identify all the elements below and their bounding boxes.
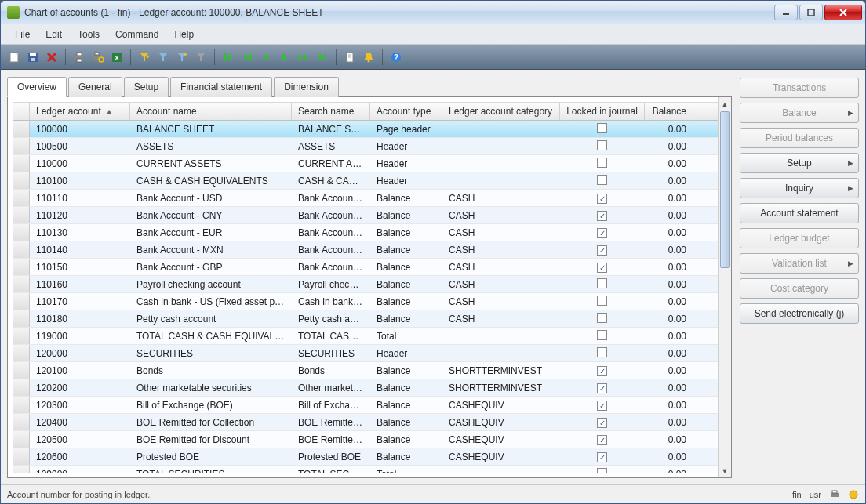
cell-type[interactable]: Balance (370, 381, 442, 395)
cell-name[interactable]: Bank Account - GBP (130, 260, 292, 274)
delete-button[interactable] (43, 49, 60, 66)
cell-locked[interactable]: ✓ (560, 381, 645, 395)
next-page-button[interactable] (295, 49, 312, 66)
cell-search[interactable]: Cash in bank - ... (292, 295, 370, 309)
cell-search[interactable]: Petty cash acc... (292, 312, 370, 326)
alerts-button[interactable] (360, 49, 377, 66)
cell-type[interactable]: Page header (370, 122, 442, 136)
cell-name[interactable]: ASSETS (130, 140, 292, 154)
checkbox[interactable]: ✓ (597, 263, 607, 273)
checkbox[interactable] (597, 278, 607, 288)
cell-locked[interactable] (560, 121, 645, 137)
row-marker[interactable] (13, 379, 30, 396)
cell-type[interactable]: Balance (370, 450, 442, 464)
cell-category[interactable]: CASHEQUIV (442, 398, 560, 412)
cell-locked[interactable] (560, 277, 645, 292)
table-row[interactable]: 120100BondsBondsBalanceSHORTTERMINVEST✓0… (13, 362, 718, 379)
cell-search[interactable]: Bank Account ... (292, 243, 370, 257)
prev-page-button[interactable] (238, 49, 256, 66)
cell-category[interactable] (442, 179, 560, 183)
checkbox[interactable]: ✓ (597, 383, 607, 393)
cell-locked[interactable]: ✓ (560, 433, 645, 447)
cell-type[interactable]: Balance (370, 191, 442, 205)
cell-account[interactable]: 120200 (30, 381, 130, 395)
cell-name[interactable]: Protested BOE (130, 450, 292, 464)
cell-account[interactable]: 100000 (30, 122, 130, 136)
tab-financial-statement[interactable]: Financial statement (170, 77, 272, 97)
checkbox[interactable]: ✓ (597, 228, 607, 238)
table-row[interactable]: 100500ASSETSASSETSHeader0.00 (13, 138, 718, 155)
close-button[interactable] (824, 5, 862, 20)
cell-account[interactable]: 110000 (30, 157, 130, 171)
cell-locked[interactable]: ✓ (560, 260, 645, 274)
cell-account[interactable]: 120300 (30, 398, 130, 412)
cell-account[interactable]: 110120 (30, 208, 130, 223)
table-row[interactable]: 110000CURRENT ASSETSCURRENT ASSE...Heade… (13, 155, 718, 172)
cell-category[interactable]: CASH (442, 208, 560, 223)
cell-category[interactable] (442, 473, 560, 473)
print-preview-button[interactable] (89, 49, 107, 66)
cell-type[interactable]: Balance (370, 312, 442, 326)
cell-name[interactable]: Bank Account - EUR (130, 226, 292, 240)
cell-account[interactable]: 110170 (30, 295, 130, 309)
scroll-down-icon[interactable]: ▼ (719, 464, 731, 477)
cell-balance[interactable]: 0.00 (645, 191, 693, 205)
cell-balance[interactable]: 0.00 (645, 467, 693, 473)
cell-balance[interactable]: 0.00 (645, 312, 693, 326)
table-row[interactable]: 120200Other marketable securitiesOther m… (13, 379, 718, 397)
cell-balance[interactable]: 0.00 (645, 295, 693, 309)
cell-search[interactable]: ASSETS (292, 140, 370, 154)
minimize-button[interactable] (774, 5, 798, 20)
cell-account[interactable]: 120100 (30, 364, 130, 378)
header-balance[interactable]: Balance (645, 103, 693, 120)
cell-name[interactable]: Bank Account - USD (130, 191, 292, 205)
cell-balance[interactable]: 0.00 (645, 415, 693, 430)
cell-type[interactable]: Balance (370, 260, 442, 274)
row-marker[interactable] (13, 431, 30, 448)
status-currency-icon[interactable] (848, 489, 859, 500)
checkbox[interactable]: ✓ (597, 194, 607, 204)
cell-category[interactable]: SHORTTERMINVEST (442, 381, 560, 395)
cell-search[interactable]: Protested BOE (292, 450, 370, 464)
table-row[interactable]: 129900TOTAL SECURITIESTOTAL SECURI...Tot… (13, 466, 718, 473)
checkbox[interactable] (597, 158, 607, 168)
table-row[interactable]: 110160Payroll checking accountPayroll ch… (13, 276, 718, 293)
cell-category[interactable]: CASHEQUIV (442, 415, 560, 430)
tab-dimension[interactable]: Dimension (274, 77, 339, 97)
tab-overview[interactable]: Overview (7, 77, 67, 97)
cell-account[interactable]: 120600 (30, 450, 130, 464)
row-marker[interactable] (13, 414, 30, 430)
cell-balance[interactable]: 0.00 (645, 433, 693, 447)
row-marker[interactable] (13, 276, 30, 292)
cell-search[interactable]: Bank Account ... (292, 191, 370, 205)
cell-type[interactable]: Balance (370, 226, 442, 240)
cell-search[interactable]: CASH & CASH ... (292, 174, 370, 188)
checkbox[interactable] (597, 468, 607, 473)
cell-locked[interactable] (560, 328, 645, 344)
checkbox[interactable] (597, 313, 607, 323)
row-marker[interactable] (13, 172, 30, 189)
cell-account[interactable]: 110150 (30, 260, 130, 274)
cell-type[interactable]: Total (370, 467, 442, 473)
checkbox[interactable] (597, 140, 607, 150)
last-button[interactable] (314, 49, 331, 66)
cell-category[interactable]: CASH (442, 295, 560, 309)
table-row[interactable]: 120500BOE Remitted for DiscountBOE Remit… (13, 431, 718, 448)
cell-balance[interactable]: 0.00 (645, 277, 693, 292)
side-button-send-electronically-j-[interactable]: Send electronically (j) (740, 303, 859, 324)
cell-balance[interactable]: 0.00 (645, 122, 693, 136)
cell-name[interactable]: SECURITIES (130, 346, 292, 361)
cell-category[interactable] (442, 145, 560, 148)
table-row[interactable]: 110120Bank Account - CNYBank Account ...… (13, 207, 718, 224)
cell-locked[interactable]: ✓ (560, 415, 645, 430)
cell-locked[interactable]: ✓ (560, 398, 645, 412)
checkbox[interactable]: ✓ (597, 435, 607, 445)
cell-locked[interactable]: ✓ (560, 243, 645, 257)
cell-category[interactable] (442, 335, 560, 338)
cell-type[interactable]: Balance (370, 243, 442, 257)
cell-search[interactable]: BOE Remitted f... (292, 433, 370, 447)
menu-edit[interactable]: Edit (38, 26, 70, 43)
new-button[interactable] (5, 49, 23, 66)
filter-by-field-button[interactable] (155, 49, 172, 66)
cell-name[interactable]: CURRENT ASSETS (130, 157, 292, 171)
